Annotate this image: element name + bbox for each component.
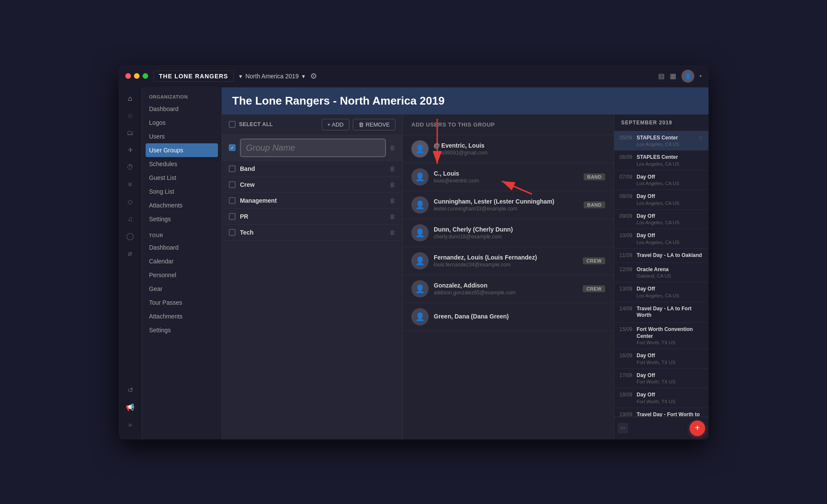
calendar-event-1309[interactable]: 13/09 Day Off Los Angeles, CA US — [614, 282, 709, 302]
content-area: The Lone Rangers - North America 2019 SE… — [222, 87, 709, 439]
cal-info-0809: Day Off Los Angeles, CA US — [637, 193, 703, 206]
sidebar-icon-expand[interactable]: » — [121, 417, 139, 433]
user-item-gonzalez[interactable]: 👤 Gonzalez, Addison addison.gonzalez65@e… — [403, 275, 614, 303]
sidebar-icon-star[interactable]: ☆ — [121, 108, 139, 124]
user-item-c-louis[interactable]: 👤 C., Louis louis@eventric.com BAND — [403, 163, 614, 191]
sidebar-icon-chat[interactable]: ◯ — [121, 229, 139, 244]
nav-item-tour-passes[interactable]: Tour Passes — [142, 296, 221, 309]
group-item-tech[interactable]: Tech 🗑 — [222, 225, 402, 241]
new-group-row: 🗑 — [222, 135, 402, 161]
user-item-green[interactable]: 👤 Green, Dana (Dana Green) — [403, 303, 614, 331]
nav-item-song-list[interactable]: Song List — [142, 185, 221, 198]
settings-icon[interactable]: ⚙ — [310, 71, 317, 81]
nav-item-logos[interactable]: Logos — [142, 116, 221, 130]
nav-item-user-groups[interactable]: User Groups — [146, 143, 218, 157]
group-checkbox-band[interactable] — [229, 165, 236, 172]
sidebar-icon-briefcase[interactable]: 🗂 — [121, 125, 139, 141]
add-group-button[interactable]: + ADD — [322, 119, 349, 130]
user-item-fernandez[interactable]: 👤 Fernandez, Louis (Louis Fernandez) lou… — [403, 247, 614, 275]
app-window: THE LONE RANGERS ▾ North America 2019 ▾ … — [118, 65, 709, 439]
group-item-management[interactable]: Management 🗑 — [222, 193, 402, 209]
calendar-event-1609[interactable]: 16/09 Day Off Fort Worth, TX US — [614, 349, 709, 369]
sidebar-icon-list[interactable]: ≡ — [121, 177, 139, 192]
new-group-name-input[interactable] — [240, 139, 386, 157]
group-item-crew[interactable]: Crew 🗑 — [222, 177, 402, 193]
sidebar-icon-clock[interactable]: ⏱ — [121, 160, 139, 175]
nav-item-gear[interactable]: Gear — [142, 282, 221, 296]
new-group-trash-icon[interactable]: 🗑 — [389, 144, 395, 151]
calendar-event-1709[interactable]: 17/09 Day Off Fort Worth, TX US — [614, 369, 709, 389]
group-trash-tech[interactable]: 🗑 — [389, 229, 395, 236]
group-trash-pr[interactable]: 🗑 — [389, 213, 395, 220]
user-avatar-btn[interactable]: 👤 — [681, 70, 694, 83]
nav-item-users[interactable]: Users — [142, 130, 221, 143]
nav-item-dashboard[interactable]: Dashboard — [142, 102, 221, 116]
sidebar-icon-refresh[interactable]: ↺ — [121, 383, 139, 398]
nav-item-personnel[interactable]: Personnel — [142, 268, 221, 282]
cal-trash-0509[interactable]: 🗑 — [698, 135, 703, 141]
cal-location-1709: Fort Worth, TX US — [637, 379, 703, 384]
user-item-dunn[interactable]: 👤 Dunn, Cherly (Cherly Dunn) cherly.dunn… — [403, 219, 614, 247]
avatar-chevron-icon[interactable]: ▾ — [700, 74, 702, 78]
group-trash-band[interactable]: 🗑 — [389, 165, 395, 172]
user-avatar-gonzalez: 👤 — [411, 280, 429, 297]
calendar-event-1509[interactable]: 15/09 Fort Worth Convention Center Fort … — [614, 323, 709, 349]
calendar-event-1209[interactable]: 12/09 Oracle Arena Oakland, CA US — [614, 263, 709, 283]
user-name-c-louis: C., Louis — [434, 170, 584, 177]
group-trash-crew[interactable]: 🗑 — [389, 181, 395, 188]
group-checkbox-pr[interactable] — [229, 213, 236, 220]
remove-group-button[interactable]: 🗑 REMOVE — [353, 119, 395, 130]
select-all-checkbox[interactable] — [229, 121, 236, 128]
nav-item-attachments-org[interactable]: Attachments — [142, 198, 221, 212]
nav-item-calendar[interactable]: Calendar — [142, 254, 221, 268]
calendar-event-0709[interactable]: 07/09 Day Off Los Angeles, CA US — [614, 170, 709, 190]
calendar-event-1809[interactable]: 18/09 Day Off Fort Worth, TX US — [614, 388, 709, 408]
nav-item-attachments-tour[interactable]: Attachments — [142, 309, 221, 323]
maximize-button[interactable] — [143, 73, 148, 79]
calendar-event-0909[interactable]: 09/09 Day Off Los Angeles, CA US — [614, 210, 709, 229]
new-group-checkbox[interactable] — [229, 144, 236, 151]
group-checkbox-management[interactable] — [229, 197, 236, 204]
user-item-eventric[interactable]: 👤 @ Eventric, Louis louis99091@gmail.com — [403, 135, 614, 163]
user-item-cunningham[interactable]: 👤 Cunningham, Lester (Lester Cunningham)… — [403, 191, 614, 219]
sidebar-icon-megaphone[interactable]: 📢 — [121, 400, 139, 415]
select-all-control[interactable]: SELECT ALL — [229, 121, 273, 128]
sidebar-icon-music[interactable]: ♫ — [121, 211, 139, 227]
sidebar-icon-paperclip[interactable]: ⌀ — [121, 246, 139, 261]
calendar-event-1409[interactable]: 14/09 Travel Day - LA to Fort Worth — [614, 302, 709, 323]
calendar-event-0609[interactable]: 06/09 STAPLES Center Los Angeles, CA US — [614, 151, 709, 170]
user-info-c-louis: C., Louis louis@eventric.com — [434, 170, 584, 184]
nav-item-schedules[interactable]: Schedules — [142, 157, 221, 171]
minimize-button[interactable] — [134, 73, 140, 79]
group-trash-management[interactable]: 🗑 — [389, 197, 395, 204]
cal-venue-0609: STAPLES Center — [637, 154, 703, 161]
add-event-button[interactable]: + — [690, 421, 705, 436]
sidebar-icon-home[interactable]: ⌂ — [121, 91, 139, 106]
close-button[interactable] — [125, 73, 131, 79]
sidebar-icon-tag[interactable]: ◇ — [121, 194, 139, 210]
nav-item-settings-tour[interactable]: Settings — [142, 323, 221, 337]
cal-date-1709: 17/09 — [619, 372, 633, 378]
sidebar-icon-plane[interactable]: ✈ — [121, 142, 139, 158]
calendar-event-1909[interactable]: 19/09 Travel Day - Fort Worth to Hamilto… — [614, 408, 709, 417]
nav-item-tour-dashboard[interactable]: Dashboard — [142, 241, 221, 254]
icon-sidebar: ⌂ ☆ 🗂 ✈ ⏱ ≡ ◇ ♫ ◯ ⌀ ↺ 📢 » — [118, 87, 142, 439]
toolbar-actions: + ADD 🗑 REMOVE — [322, 119, 395, 130]
group-item-band[interactable]: Band 🗑 — [222, 161, 402, 177]
grid-view-icon[interactable]: ▦ — [670, 72, 676, 80]
user-badge-gonzalez: CREW — [583, 285, 605, 292]
group-checkbox-tech[interactable] — [229, 229, 236, 236]
nav-item-guest-list[interactable]: Guest List — [142, 171, 221, 185]
nav-item-settings-org[interactable]: Settings — [142, 212, 221, 226]
calendar-event-1109[interactable]: 11/09 Travel Day - LA to Oakland — [614, 249, 709, 263]
group-item-pr[interactable]: PR 🗑 — [222, 209, 402, 225]
calendar-event-0809[interactable]: 08/09 Day Off Los Angeles, CA US — [614, 190, 709, 210]
group-checkbox-crew[interactable] — [229, 181, 236, 188]
calendar-event-0509[interactable]: 05/09 STAPLES Center Los Angeles, CA US … — [614, 131, 709, 151]
table-view-icon[interactable]: ▤ — [658, 72, 665, 80]
tour-selector[interactable]: ▾ North America 2019 ▾ ⚙ — [239, 71, 317, 81]
page-title: The Lone Rangers - North America 2019 — [232, 94, 445, 108]
calendar-event-1009[interactable]: 10/09 Day Off Los Angeles, CA US — [614, 229, 709, 249]
cal-venue-0809: Day Off — [637, 193, 703, 200]
calendar-expand-button[interactable]: >> — [618, 423, 628, 433]
